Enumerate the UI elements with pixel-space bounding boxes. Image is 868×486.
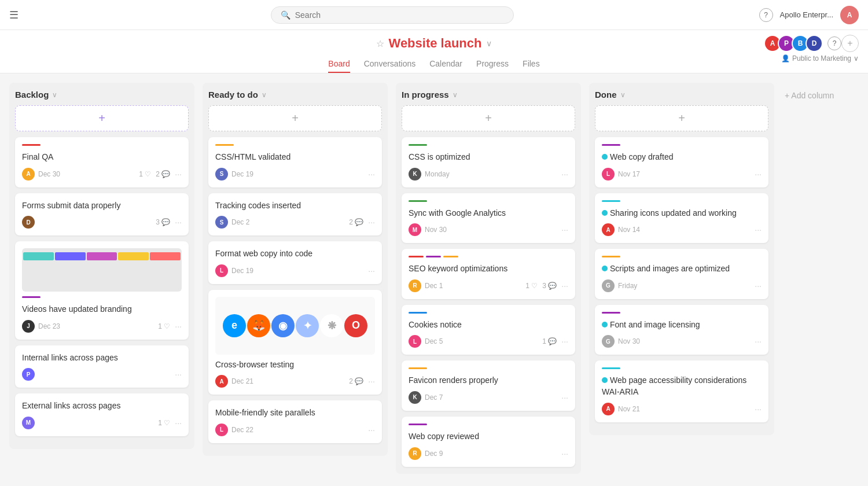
column-chevron-icon[interactable]: ∨ [620,91,626,99]
card-options-icon[interactable]: ··· [755,170,762,179]
card-options-icon[interactable]: ··· [561,225,568,234]
card-options-icon[interactable]: ··· [175,418,182,428]
card[interactable]: Web copy draftedLNov 17··· [595,137,768,187]
card[interactable]: CSS is optimizedKMonday··· [402,137,575,187]
card-options-icon[interactable]: ··· [561,449,568,458]
card-options-icon[interactable]: ··· [175,170,182,179]
column-chevron-icon[interactable]: ∨ [262,91,267,99]
card-options-icon[interactable]: ··· [368,218,375,227]
card-like[interactable]: 1 ♡ [525,282,538,290]
card-footer: LDec 51 💬··· [409,335,568,348]
project-title[interactable]: Website launch [389,36,482,51]
card[interactable]: External links across pagesM1 ♡··· [15,393,189,436]
title-chevron-icon[interactable]: ∨ [486,39,492,48]
card-actions: 1 ♡3 💬··· [525,281,568,290]
card-meta: ADec 30 [22,168,60,181]
search-input[interactable] [295,10,504,20]
browser-icon: e [223,314,246,337]
card[interactable]: Cookies noticeLDec 51 💬··· [402,305,575,355]
card[interactable]: Final QAADec 301 ♡2 💬··· [15,137,189,187]
card[interactable]: Web copy reviewedRDec 9··· [402,417,575,467]
card-options-icon[interactable]: ··· [561,393,568,402]
card-options-icon[interactable]: ··· [175,218,182,227]
card-avatar: L [215,424,228,436]
card-date: Dec 1 [425,282,443,290]
tab-files[interactable]: Files [523,56,540,73]
card-options-icon[interactable]: ··· [755,404,762,414]
card[interactable]: Format web copy into codeLDec 19··· [208,241,382,284]
tab-calendar[interactable]: Calendar [429,56,462,73]
column-header-backlog: Backlog∨ [15,90,189,100]
card-options-icon[interactable]: ··· [368,425,375,435]
card-options-icon[interactable]: ··· [175,370,182,379]
card-options-icon[interactable]: ··· [561,281,568,290]
card-title: CSS/HTML validated [215,152,375,163]
card-options-icon[interactable]: ··· [755,337,762,346]
collab-avatar-4: D [806,35,823,52]
card[interactable]: Scripts and images are optimizedGFriday·… [595,249,768,299]
add-column-button[interactable]: + Add column [782,86,836,105]
user-avatar[interactable]: A [840,6,859,24]
add-card-button[interactable]: + [208,105,382,131]
card-meta: GFriday [602,279,637,292]
card-comment[interactable]: 3 💬 [542,282,557,290]
tab-progress[interactable]: Progress [476,56,509,73]
card[interactable]: Favicon renders properlyKDec 7··· [402,360,575,411]
public-label[interactable]: 👤 Public to Marketing ∨ [781,54,859,62]
card-options-icon[interactable]: ··· [561,170,568,179]
card-title: Cross-browser testing [215,359,375,371]
add-card-button[interactable]: + [402,105,575,131]
card-date: Friday [618,282,637,290]
card-multi-bar [409,256,568,257]
card[interactable]: Forms submit data properlyD3 💬··· [15,193,189,236]
card-comment[interactable]: 2 💬 [156,170,170,178]
card-like[interactable]: 1 ♡ [158,419,170,427]
card[interactable]: Internal links across pagesP··· [15,345,189,388]
card-footer: SDec 22 💬··· [215,216,375,229]
card[interactable]: Tracking codes insertedSDec 22 💬··· [208,193,382,236]
card[interactable]: SEO keyword optimizationsRDec 11 ♡3 💬··· [402,249,575,299]
card[interactable]: Sharing icons updated and workingANov 14… [595,193,768,244]
card-options-icon[interactable]: ··· [368,266,375,275]
card-comment[interactable]: 2 💬 [349,377,363,385]
card-like[interactable]: 1 ♡ [158,322,170,330]
card-meta: RDec 9 [409,447,443,460]
card[interactable]: CSS/HTML validatedSDec 19··· [208,137,382,187]
menu-icon[interactable]: ☰ [9,9,19,21]
card-title: Sharing icons updated and working [602,208,762,219]
add-card-button[interactable]: + [595,105,768,131]
card-comment[interactable]: 1 💬 [542,337,557,345]
card-options-icon[interactable]: ··· [561,337,568,346]
add-card-button[interactable]: + [15,105,189,131]
help-button[interactable]: ? [759,8,773,22]
tab-board[interactable]: Board [328,56,350,73]
collab-help-button[interactable]: ? [827,36,841,50]
card[interactable]: Web page accessibility considerations WA… [595,360,768,422]
card[interactable]: Font and image licensingGNov 30··· [595,305,768,355]
card-title: Web page accessibility considerations WA… [602,375,762,397]
column-chevron-icon[interactable]: ∨ [453,91,458,99]
card[interactable]: Mobile-friendly site parallelsLDec 22··· [208,400,382,443]
search-box[interactable]: 🔍 [271,6,514,24]
card-comment[interactable]: 3 💬 [156,218,170,226]
collab-add-button[interactable]: + [841,35,859,52]
card[interactable]: Videos have updated brandingJDec 231 ♡··… [15,241,189,340]
card-options-icon[interactable]: ··· [368,170,375,179]
star-icon[interactable]: ☆ [376,38,384,49]
card-like[interactable]: 1 ♡ [139,170,151,178]
tab-conversations[interactable]: Conversations [364,56,416,73]
card[interactable]: e🦊◉✦❋OCross-browser testingADec 212 💬··· [208,290,382,395]
bar-segment [426,256,441,257]
card-options-icon[interactable]: ··· [755,225,762,234]
card-options-icon[interactable]: ··· [755,281,762,290]
card-comment[interactable]: 2 💬 [349,218,363,226]
column-chevron-icon[interactable]: ∨ [52,91,57,99]
card-actions: ··· [368,170,375,179]
card-footer: MNov 30··· [409,223,568,236]
card-options-icon[interactable]: ··· [175,322,182,331]
card-actions: 1 ♡··· [158,322,182,331]
card[interactable]: Sync with Google AnalyticsMNov 30··· [402,193,575,244]
card-actions: ··· [561,449,568,458]
column-backlog: Backlog∨+Final QAADec 301 ♡2 💬···Forms s… [9,83,194,449]
card-options-icon[interactable]: ··· [368,377,375,386]
